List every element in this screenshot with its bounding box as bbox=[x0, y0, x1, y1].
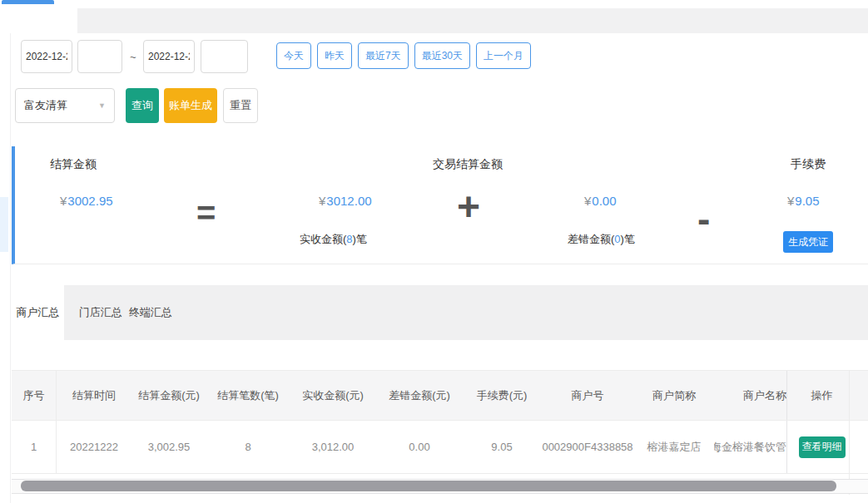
merchant-summary-table: 序号 结算时间 结算金额(元) 结算笔数(笔) 实收金额(元) 差错金额(元) … bbox=[12, 370, 868, 474]
quick-range-buttons: 今天 昨天 最近7天 最近30天 上一个月 bbox=[276, 42, 531, 69]
header-merchant-short-name: 商户简称 bbox=[634, 371, 714, 420]
header-seq: 序号 bbox=[12, 371, 57, 420]
minus-operator: - bbox=[697, 200, 710, 238]
header-settle-amount: 结算金额(元) bbox=[131, 371, 206, 420]
table-right-edge bbox=[849, 370, 850, 495]
summary-tabs: 商户汇总 门店汇总 终端汇总 bbox=[12, 285, 868, 340]
start-time-input[interactable] bbox=[77, 40, 122, 73]
currency-symbol: ¥ bbox=[787, 194, 794, 208]
discrepancy-count-text: 差错金额(0)笔 bbox=[568, 232, 635, 247]
tab-store-summary[interactable]: 门店汇总 bbox=[73, 285, 128, 340]
header-settle-count: 结算笔数(笔) bbox=[206, 371, 290, 420]
cell-merchant-short-name: 榕港嘉定店 bbox=[634, 421, 714, 473]
bill-generate-button[interactable]: 账单生成 bbox=[164, 88, 217, 123]
header-merchant-no: 商户号 bbox=[541, 371, 634, 420]
table-header-row: 序号 结算时间 结算金额(元) 结算笔数(笔) 实收金额(元) 差错金额(元) … bbox=[12, 371, 868, 421]
top-tab-strip bbox=[0, 8, 868, 33]
plus-operator: + bbox=[457, 187, 480, 227]
header-settle-date: 结算时间 bbox=[57, 371, 131, 420]
cell-seq: 1 bbox=[12, 421, 57, 473]
settlement-amount-label: 结算金额 bbox=[50, 157, 97, 172]
channel-select[interactable]: 富友清算 ▼ bbox=[15, 88, 115, 123]
cell-merchant-no: 0002900F4338858 bbox=[541, 421, 634, 473]
last-7-days-button[interactable]: 最近7天 bbox=[358, 42, 409, 69]
sidebar-sliver bbox=[0, 197, 8, 252]
cell-action: 查看明细 bbox=[786, 421, 856, 473]
cell-settle-amount: 3,002.95 bbox=[131, 421, 206, 473]
discrepancy-amount-value: ¥0.00 bbox=[584, 194, 617, 208]
settlement-amount-value: ¥3002.95 bbox=[60, 194, 113, 208]
channel-select-value: 富友清算 bbox=[24, 98, 67, 113]
received-count-text: 实收金额(8)笔 bbox=[300, 232, 367, 247]
cell-fee: 9.05 bbox=[463, 421, 541, 473]
horizontal-scrollbar-thumb[interactable] bbox=[21, 481, 836, 491]
cell-diff-amount: 0.00 bbox=[376, 421, 463, 473]
active-top-tab-indicator bbox=[2, 0, 54, 4]
active-top-tab[interactable] bbox=[0, 0, 77, 33]
cell-received-amount: 3,012.00 bbox=[290, 421, 376, 473]
reset-button[interactable]: 重置 bbox=[223, 88, 258, 123]
view-detail-button[interactable]: 查看明细 bbox=[799, 436, 846, 458]
tab-merchant-summary[interactable]: 商户汇总 bbox=[12, 285, 64, 340]
last-month-button[interactable]: 上一个月 bbox=[476, 42, 531, 69]
last-30-days-button[interactable]: 最近30天 bbox=[414, 42, 470, 69]
fee-amount-value: ¥9.05 bbox=[787, 194, 820, 208]
query-button[interactable]: 查询 bbox=[126, 88, 159, 123]
today-button[interactable]: 今天 bbox=[276, 42, 311, 69]
yesterday-button[interactable]: 昨天 bbox=[317, 42, 352, 69]
header-action: 操作 bbox=[786, 371, 856, 420]
cell-merchant-name: 上海金榕港餐饮管 bbox=[714, 421, 786, 473]
currency-symbol: ¥ bbox=[584, 194, 591, 208]
start-date-input[interactable] bbox=[21, 40, 72, 73]
generate-voucher-button[interactable]: 生成凭证 bbox=[783, 231, 833, 253]
header-fee: 手续费(元) bbox=[463, 371, 541, 420]
currency-symbol: ¥ bbox=[60, 194, 67, 208]
end-date-input[interactable] bbox=[143, 40, 195, 73]
chevron-down-icon: ▼ bbox=[98, 101, 106, 110]
header-diff-amount: 差错金额(元) bbox=[376, 371, 463, 420]
cell-settle-date: 20221222 bbox=[57, 421, 131, 473]
end-time-input[interactable] bbox=[201, 40, 248, 73]
header-received-amount: 实收金额(元) bbox=[290, 371, 376, 420]
cell-settle-count: 8 bbox=[206, 421, 290, 473]
date-range-separator: ~ bbox=[130, 51, 136, 63]
settlement-page: ~ 今天 昨天 最近7天 最近30天 上一个月 富友清算 ▼ 查询 账单生成 重… bbox=[0, 0, 868, 503]
fee-label: 手续费 bbox=[791, 157, 826, 172]
received-amount-value: ¥3012.00 bbox=[319, 194, 372, 208]
left-divider bbox=[10, 33, 11, 503]
table-row: 1 20221222 3,002.95 8 3,012.00 0.00 9.05… bbox=[12, 421, 868, 474]
header-merchant-name: 商户名称 bbox=[714, 371, 786, 420]
equals-operator: = bbox=[196, 196, 216, 229]
currency-symbol: ¥ bbox=[319, 194, 325, 208]
tab-terminal-summary[interactable]: 终端汇总 bbox=[123, 285, 178, 340]
trade-settlement-group-label: 交易结算金额 bbox=[433, 157, 503, 172]
